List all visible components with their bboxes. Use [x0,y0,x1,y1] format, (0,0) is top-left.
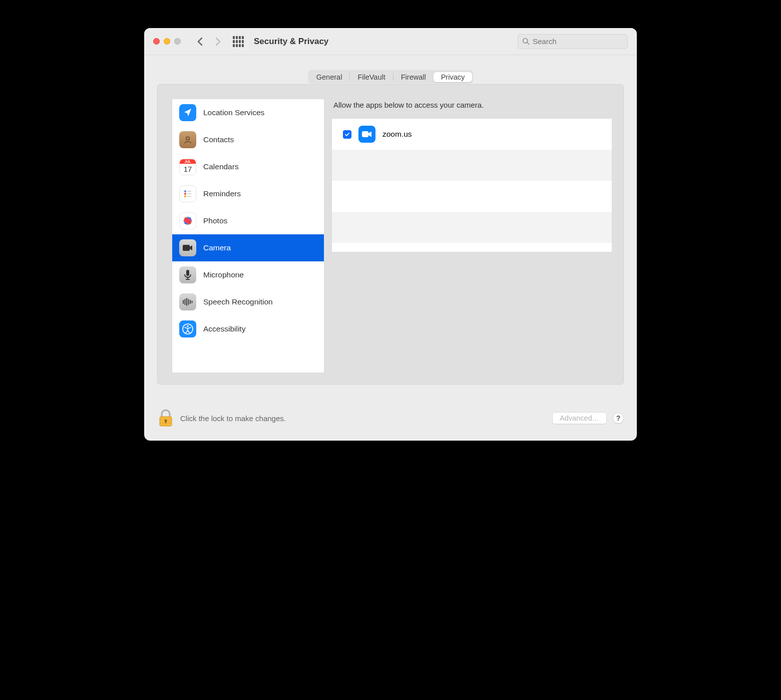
search-icon [522,38,530,45]
calendar-day: 17 [184,164,192,175]
svg-rect-29 [362,131,368,137]
tab-label: General [316,73,342,81]
check-icon [344,132,350,137]
svg-line-1 [527,43,529,45]
sidebar-item-calendars[interactable]: JUL 17 Calendars [172,153,324,180]
panel-description: Allow the apps below to access your came… [331,99,612,118]
lock-hint-text: Click the lock to make changes. [180,414,286,423]
reminders-icon [179,185,196,202]
tab-general[interactable]: General [309,72,350,82]
help-button[interactable]: ? [613,413,624,424]
tab-bar: General FileVault Firewall Privacy [157,70,624,84]
privacy-sidebar[interactable]: Location Services Contacts JUL 17 Calend… [172,99,324,373]
calendar-icon: JUL 17 [179,158,196,175]
titlebar: Security & Privacy [144,28,637,55]
sidebar-item-microphone[interactable]: Microphone [172,261,324,288]
sidebar-item-label: Camera [203,243,231,252]
accessibility-icon [179,320,196,337]
sidebar-item-label: Calendars [203,162,239,171]
sidebar-item-label: Location Services [203,108,264,117]
window-title: Security & Privacy [254,37,328,47]
app-row-empty [332,212,612,243]
photos-icon [179,212,196,229]
content-area: General FileVault Firewall Privacy Locat… [144,55,637,385]
svg-point-28 [187,325,189,327]
back-button[interactable] [193,35,207,49]
sidebar-item-label: Accessibility [203,324,245,333]
search-input[interactable] [533,37,623,46]
svg-rect-17 [183,245,190,251]
sidebar-item-contacts[interactable]: Contacts [172,126,324,153]
help-label: ? [616,414,621,422]
tab-privacy[interactable]: Privacy [434,72,473,82]
forward-button[interactable] [211,35,225,49]
app-row-empty [332,150,612,181]
sidebar-item-speech-recognition[interactable]: Speech Recognition [172,288,324,315]
tab-label: FileVault [357,73,385,81]
zoom-app-icon [358,126,375,143]
sidebar-item-reminders[interactable]: Reminders [172,180,324,207]
contacts-icon [179,131,196,148]
tab-filevault[interactable]: FileVault [350,72,393,82]
advanced-label: Advanced… [560,414,599,422]
sidebar-item-location-services[interactable]: Location Services [172,99,324,126]
close-window-button[interactable] [153,38,160,45]
app-list[interactable]: zoom.us [331,118,612,252]
tab-label: Firewall [401,73,426,81]
app-checkbox[interactable] [343,130,351,139]
app-row-zoom[interactable]: zoom.us [332,119,612,150]
app-name: zoom.us [382,130,412,139]
lock-icon [157,409,174,428]
sidebar-item-label: Photos [203,216,227,225]
microphone-icon [179,266,196,283]
tab-firewall[interactable]: Firewall [394,72,434,82]
footer: Click the lock to make changes. Advanced… [144,385,637,441]
chevron-left-icon [197,37,203,46]
sidebar-item-camera[interactable]: Camera [172,234,324,261]
panel: Location Services Contacts JUL 17 Calend… [157,84,624,385]
speech-icon [179,293,196,310]
advanced-button[interactable]: Advanced… [552,412,607,424]
svg-point-5 [184,193,186,195]
svg-point-7 [184,195,186,197]
sidebar-item-label: Speech Recognition [203,297,273,306]
sidebar-item-photos[interactable]: Photos [172,207,324,234]
sidebar-item-accessibility[interactable]: Accessibility [172,315,324,342]
camera-icon [179,239,196,256]
location-icon [179,104,196,121]
svg-point-3 [184,190,186,192]
traffic-lights [153,38,181,45]
minimize-window-button[interactable] [164,38,170,45]
chevron-right-icon [215,37,221,46]
app-row-empty [332,181,612,212]
show-all-button[interactable] [229,35,250,49]
calendar-month: JUL [180,159,196,164]
svg-point-2 [186,137,189,140]
sidebar-item-label: Contacts [203,135,234,144]
search-field[interactable] [518,34,628,49]
zoom-window-button[interactable] [174,38,181,45]
prefs-window: Security & Privacy General FileVault Fir… [144,28,637,441]
lock-button[interactable] [157,409,174,428]
tab-label: Privacy [441,73,465,81]
sidebar-item-label: Microphone [203,270,244,279]
svg-rect-35 [165,421,166,423]
grid-icon [233,36,244,47]
main-area: Allow the apps below to access your came… [331,99,612,373]
svg-rect-18 [186,270,189,276]
sidebar-item-label: Reminders [203,189,241,198]
